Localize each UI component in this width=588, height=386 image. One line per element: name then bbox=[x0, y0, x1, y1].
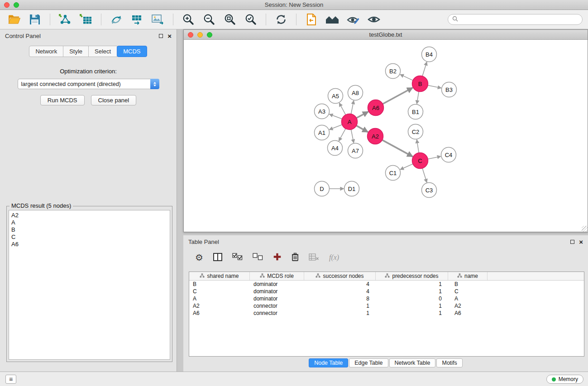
graph-edge-B-B3[interactable] bbox=[428, 86, 441, 88]
graph-node-D1[interactable]: D1 bbox=[344, 181, 359, 196]
select-all-columns-icon[interactable] bbox=[232, 253, 243, 262]
tab-motifs[interactable]: Motifs bbox=[436, 358, 462, 367]
tab-edge-table[interactable]: Edge Table bbox=[349, 358, 388, 367]
graph-node-B3[interactable]: B3 bbox=[442, 82, 457, 97]
new-document-icon[interactable] bbox=[303, 12, 320, 27]
hide-selected-icon[interactable] bbox=[344, 12, 362, 27]
import-table-from-file-icon[interactable] bbox=[77, 12, 95, 27]
table-row[interactable]: A6connector11A6 bbox=[189, 310, 584, 317]
graph-edge-C-C1[interactable] bbox=[400, 164, 413, 170]
graph-edge-C-C2[interactable] bbox=[417, 139, 419, 152]
table-row[interactable]: Adominator80A bbox=[189, 295, 584, 302]
mcds-result-item[interactable]: A2 bbox=[9, 212, 170, 219]
optimization-criterion-select[interactable]: largest connected component (directed) bbox=[18, 79, 159, 89]
network-canvas[interactable]: B4B2BB3A5A8A6B1A3AC2A1A2A4A7C4CC1C3DD1 bbox=[184, 40, 588, 232]
graph-node-B2[interactable]: B2 bbox=[386, 64, 401, 79]
tab-node-table[interactable]: Node Table bbox=[309, 358, 348, 367]
tab-network[interactable]: Network bbox=[29, 46, 63, 57]
column-header-MCDS-role[interactable]: MCDS role bbox=[250, 272, 304, 280]
graph-node-A6[interactable]: A6 bbox=[368, 100, 384, 116]
table-row[interactable]: A2connector11A2 bbox=[189, 302, 584, 310]
network-window-titlebar[interactable]: testGlobe.txt bbox=[184, 30, 588, 40]
graph-node-A3[interactable]: A3 bbox=[315, 104, 330, 119]
graph-edge-A-A1[interactable] bbox=[329, 124, 342, 129]
graph-node-D[interactable]: D bbox=[315, 181, 330, 196]
zoom-out-icon[interactable] bbox=[201, 12, 218, 27]
graph-node-C1[interactable]: C1 bbox=[386, 166, 401, 181]
column-header-successor-nodes[interactable]: successor nodes bbox=[304, 272, 376, 280]
zoom-selected-icon[interactable] bbox=[242, 12, 259, 27]
graph-edge-B-B4[interactable] bbox=[422, 62, 427, 76]
close-panel-icon[interactable]: × bbox=[167, 33, 172, 39]
mcds-result-item[interactable]: A6 bbox=[9, 241, 170, 248]
unselect-all-columns-icon[interactable] bbox=[253, 253, 263, 262]
graph-edge-C-C4[interactable] bbox=[428, 157, 441, 159]
graph-node-A8[interactable]: A8 bbox=[348, 86, 363, 100]
float-panel-icon[interactable] bbox=[159, 34, 163, 38]
graph-edge-A-A3[interactable] bbox=[329, 114, 342, 119]
tab-style[interactable]: Style bbox=[63, 46, 89, 57]
graph-node-B[interactable]: B bbox=[412, 76, 428, 92]
column-header-name[interactable]: name bbox=[448, 272, 488, 280]
graph-node-A1[interactable]: A1 bbox=[315, 125, 330, 140]
mcds-result-item[interactable]: C bbox=[9, 234, 170, 241]
graph-node-B1[interactable]: B1 bbox=[408, 105, 423, 119]
graph-node-C[interactable]: C bbox=[412, 153, 428, 169]
table-settings-gear-icon[interactable]: ⚙ bbox=[195, 253, 203, 262]
graph-node-A5[interactable]: A5 bbox=[328, 89, 343, 104]
task-history-button[interactable]: ≡ bbox=[5, 375, 16, 384]
graph-edge-B-B1[interactable] bbox=[417, 91, 419, 104]
refresh-icon[interactable] bbox=[272, 12, 290, 27]
memory-button[interactable]: Memory bbox=[546, 375, 583, 384]
tab-network-table[interactable]: Network Table bbox=[389, 358, 436, 367]
export-network-icon[interactable] bbox=[108, 12, 125, 27]
home-icon[interactable] bbox=[324, 12, 341, 27]
graph-edge-A-A8[interactable] bbox=[351, 100, 354, 114]
close-panel-button[interactable]: Close panel bbox=[91, 95, 137, 105]
search-input[interactable] bbox=[460, 16, 578, 23]
graph-edge-A6-B[interactable] bbox=[382, 88, 412, 104]
zoom-in-icon[interactable] bbox=[180, 12, 197, 27]
export-image-icon[interactable] bbox=[149, 12, 167, 27]
show-all-eye-icon[interactable] bbox=[365, 12, 382, 27]
graph-edge-B-B2[interactable] bbox=[400, 74, 413, 80]
graph-edge-A-A7[interactable] bbox=[351, 129, 354, 143]
import-network-from-file-icon[interactable] bbox=[57, 12, 74, 27]
function-builder-icon[interactable]: f(x) bbox=[329, 253, 339, 262]
graph-edge-A-A2[interactable] bbox=[356, 126, 368, 132]
node-table[interactable]: shared nameMCDS rolesuccessor nodesprede… bbox=[189, 272, 584, 357]
graph-node-B4[interactable]: B4 bbox=[422, 47, 437, 62]
delete-table-icon[interactable] bbox=[309, 253, 319, 262]
table-row[interactable]: Bdominator41B bbox=[189, 281, 584, 288]
graph-node-C4[interactable]: C4 bbox=[441, 148, 456, 162]
create-column-plus-icon[interactable] bbox=[273, 253, 282, 262]
column-header-shared-name[interactable]: shared name bbox=[189, 272, 250, 280]
column-header-predecessor-nodes[interactable]: predecessor nodes bbox=[376, 272, 448, 280]
delete-column-trash-icon[interactable] bbox=[292, 253, 299, 263]
graph-node-C3[interactable]: C3 bbox=[422, 183, 437, 198]
zoom-fit-icon[interactable] bbox=[221, 12, 239, 27]
resize-grip[interactable] bbox=[582, 226, 588, 232]
table-row[interactable]: Cdominator41C bbox=[189, 288, 584, 295]
open-session-icon[interactable] bbox=[5, 12, 23, 27]
graph-node-A2[interactable]: A2 bbox=[368, 129, 383, 144]
graph-node-A[interactable]: A bbox=[342, 114, 358, 130]
export-table-icon[interactable] bbox=[129, 12, 146, 27]
save-session-icon[interactable] bbox=[26, 12, 43, 27]
network-graph[interactable]: B4B2BB3A5A8A6B1A3AC2A1A2A4A7C4CC1C3DD1 bbox=[184, 40, 588, 232]
tab-mcds[interactable]: MCDS bbox=[117, 46, 147, 57]
graph-edge-A-A4[interactable] bbox=[339, 129, 346, 141]
graph-edge-C-C3[interactable] bbox=[422, 168, 427, 183]
float-table-panel-icon[interactable] bbox=[570, 240, 574, 244]
close-table-panel-icon[interactable]: × bbox=[579, 238, 583, 245]
mcds-result-item[interactable]: B bbox=[9, 226, 170, 234]
graph-edge-A-A5[interactable] bbox=[339, 103, 345, 114]
graph-node-A4[interactable]: A4 bbox=[328, 141, 343, 156]
tab-select[interactable]: Select bbox=[88, 46, 117, 57]
search-box[interactable] bbox=[448, 14, 583, 25]
show-columns-icon[interactable] bbox=[213, 253, 222, 262]
graph-edge-A-A6[interactable] bbox=[356, 112, 368, 118]
graph-node-A7[interactable]: A7 bbox=[348, 143, 363, 158]
run-mcds-button[interactable]: Run MCDS bbox=[40, 95, 85, 105]
graph-node-C2[interactable]: C2 bbox=[408, 124, 423, 139]
